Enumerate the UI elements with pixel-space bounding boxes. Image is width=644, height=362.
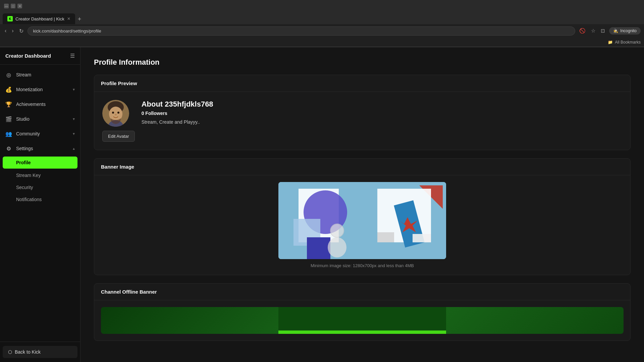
profile-username: About 235hfjdkls768 xyxy=(142,100,622,109)
active-tab[interactable]: K Creator Dashboard | Kick ✕ xyxy=(3,13,75,24)
svg-rect-20 xyxy=(278,330,446,334)
sidebar-item-achievements[interactable]: 🏆 Achievements xyxy=(0,97,80,112)
avatar-svg xyxy=(102,100,129,127)
sidebar-item-settings[interactable]: ⚙ Settings ▴ xyxy=(0,141,80,156)
svg-point-4 xyxy=(117,112,119,114)
stream-key-label: Stream Key xyxy=(16,173,41,178)
main-content: Profile Information Profile Preview xyxy=(80,47,644,362)
sidebar-item-notifications[interactable]: Notifications xyxy=(0,193,80,205)
svg-rect-10 xyxy=(307,237,330,259)
svg-rect-19 xyxy=(278,307,446,334)
sidebar-item-monetization[interactable]: 💰 Monetization ▾ xyxy=(0,82,80,97)
sidebar-item-community[interactable]: 👥 Community ▾ xyxy=(0,126,80,141)
browser-chrome: — □ ✕ K Creator Dashboard | Kick ✕ + ‹ ›… xyxy=(0,0,644,47)
reload-button[interactable]: ↻ xyxy=(18,26,25,36)
title-bar-left: — □ ✕ xyxy=(4,4,22,8)
window-controls: — □ ✕ xyxy=(4,4,22,8)
bookmarks-label: All Bookmarks xyxy=(615,40,641,45)
community-icon: 👥 xyxy=(5,130,12,137)
new-tab-button[interactable]: + xyxy=(75,14,84,24)
profile-info: About 235hfjdkls768 0 Followers Stream, … xyxy=(142,100,622,125)
chevron-up-icon: ▴ xyxy=(73,146,75,151)
tab-bar: K Creator Dashboard | Kick ✕ + xyxy=(0,12,644,24)
svg-rect-18 xyxy=(413,234,431,242)
tab-close-icon[interactable]: ✕ xyxy=(67,16,70,21)
followers-label: Followers xyxy=(145,111,167,116)
tab-title: Creator Dashboard | Kick xyxy=(15,16,64,21)
sidebar-header: Creator Dashboard ☰ xyxy=(0,47,80,65)
banner-image-card: Banner Image xyxy=(94,158,631,275)
sidebar-item-profile[interactable]: Profile xyxy=(3,157,77,169)
profile-preview-header: Profile Preview xyxy=(94,75,630,92)
kick-icon: ⬡ xyxy=(8,349,12,355)
forward-button[interactable]: › xyxy=(10,26,15,35)
bookmarks-icon: 📁 xyxy=(608,40,613,45)
chevron-down-icon: ▾ xyxy=(73,117,75,121)
avatar xyxy=(102,100,129,127)
offline-banner-header: Channel Offline Banner xyxy=(94,284,630,300)
chevron-down-icon: ▾ xyxy=(73,87,75,92)
profile-followers: 0 Followers xyxy=(142,111,622,116)
tab-favicon: K xyxy=(7,16,13,21)
back-to-kick-button[interactable]: ⬡ Back to Kick xyxy=(3,346,77,358)
back-button[interactable]: ‹ xyxy=(3,26,8,35)
svg-point-5 xyxy=(115,114,117,115)
offline-banner-body xyxy=(94,300,630,341)
achievements-icon: 🏆 xyxy=(5,101,12,108)
profile-preview-card: Profile Preview xyxy=(94,75,631,150)
back-to-kick-label: Back to Kick xyxy=(15,349,41,355)
sidebar-item-studio[interactable]: 🎬 Studio ▾ xyxy=(0,112,80,126)
studio-icon: 🎬 xyxy=(5,116,12,122)
sidebar-item-stream[interactable]: ◎ Stream xyxy=(0,67,80,82)
address-bar-row: ‹ › ↻ kick.com/dashboard/settings/profil… xyxy=(0,24,644,38)
profile-label: Profile xyxy=(16,160,31,165)
security-label: Security xyxy=(16,185,33,190)
offline-banner-card: Channel Offline Banner xyxy=(94,283,631,341)
incognito-label: Incognito xyxy=(620,28,637,33)
username-text: 235hfjdkls768 xyxy=(165,100,213,108)
sidebar-item-label: Stream xyxy=(16,72,75,77)
banner-body: Minimum image size: 1280x700px and less … xyxy=(94,175,630,275)
sidebar-nav: ◎ Stream 💰 Monetization ▾ 🏆 Achievements… xyxy=(0,65,80,342)
sidebar-item-label: Achievements xyxy=(16,102,75,107)
maximize-button[interactable]: □ xyxy=(11,4,15,8)
incognito-icon: 🕵 xyxy=(613,28,618,33)
profile-preview-body: Edit Avatar About 235hfjdkls768 0 Follow… xyxy=(94,92,630,150)
about-prefix: About xyxy=(142,100,165,108)
banner-image-preview[interactable] xyxy=(278,182,446,259)
incognito-button[interactable]: 🕵 Incognito xyxy=(609,27,641,35)
banner-image-header: Banner Image xyxy=(94,159,630,175)
browser-actions: 🚫 ☆ ⊡ 🕵 Incognito xyxy=(578,26,641,35)
svg-point-3 xyxy=(112,112,114,114)
edit-avatar-button[interactable]: Edit Avatar xyxy=(102,131,135,142)
banner-hint: Minimum image size: 1280x700px and less … xyxy=(311,263,414,268)
sidebar-item-label: Settings xyxy=(16,146,69,151)
stream-icon: ◎ xyxy=(5,71,12,78)
offline-banner-preview[interactable] xyxy=(101,307,624,334)
tablet-icon[interactable]: ⊡ xyxy=(599,26,606,35)
app-layout: Creator Dashboard ☰ ◎ Stream 💰 Monetizat… xyxy=(0,47,644,362)
notifications-label: Notifications xyxy=(16,197,42,202)
sidebar: Creator Dashboard ☰ ◎ Stream 💰 Monetizat… xyxy=(0,47,80,362)
camera-off-icon[interactable]: 🚫 xyxy=(578,26,587,35)
sidebar-item-label: Monetization xyxy=(16,87,69,92)
bookmark-icon[interactable]: ☆ xyxy=(590,26,597,35)
sidebar-item-label: Studio xyxy=(16,116,69,122)
avatar-container: Edit Avatar xyxy=(102,100,135,142)
close-button[interactable]: ✕ xyxy=(17,4,22,8)
chevron-down-icon: ▾ xyxy=(73,131,75,136)
sidebar-footer: ⬡ Back to Kick xyxy=(0,342,80,362)
banner-svg xyxy=(278,182,446,259)
settings-icon: ⚙ xyxy=(5,145,12,152)
sidebar-item-stream-key[interactable]: Stream Key xyxy=(0,169,80,181)
title-bar: — □ ✕ xyxy=(0,0,644,12)
bookmarks-bar: 📁 All Bookmarks xyxy=(0,38,644,47)
menu-icon[interactable]: ☰ xyxy=(70,53,75,59)
sidebar-title: Creator Dashboard xyxy=(5,53,51,59)
svg-point-11 xyxy=(330,224,344,237)
address-bar[interactable]: kick.com/dashboard/settings/profile xyxy=(28,26,576,36)
monetization-icon: 💰 xyxy=(5,86,12,93)
sidebar-item-label: Community xyxy=(16,131,69,136)
sidebar-item-security[interactable]: Security xyxy=(0,181,80,193)
minimize-button[interactable]: — xyxy=(4,4,9,8)
